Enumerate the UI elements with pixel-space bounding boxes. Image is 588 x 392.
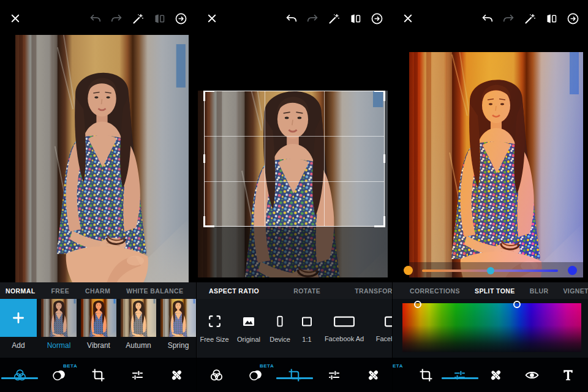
looks-tool-button[interactable] xyxy=(197,358,236,392)
tab-blur[interactable]: BLUR xyxy=(530,287,549,295)
hue-gradient-picker[interactable] xyxy=(402,303,581,352)
photo-canvas[interactable] xyxy=(198,91,388,277)
undo-icon[interactable] xyxy=(480,11,494,26)
grid-line-vertical xyxy=(265,91,265,226)
thumb-label: Spring xyxy=(168,341,189,350)
option-device[interactable]: Device xyxy=(266,314,293,343)
filter-thumb-spring[interactable]: Spring xyxy=(160,299,196,358)
balance-slider-handle[interactable] xyxy=(487,267,494,274)
crop-handle-top-right[interactable] xyxy=(374,91,385,101)
square-icon xyxy=(300,314,314,329)
crop-screen: ASPECT RATIO ROTATE TRANSFORM Free Size … xyxy=(196,0,392,392)
before-after-icon[interactable] xyxy=(152,11,167,26)
thumb-image xyxy=(81,299,116,337)
crop-rectangle[interactable] xyxy=(204,91,385,227)
filter-thumb-normal[interactable]: Normal xyxy=(41,299,77,358)
healing-icon xyxy=(366,368,381,383)
crop-tool-button[interactable] xyxy=(275,358,314,392)
crop-mode-tabs: ASPECT RATIO ROTATE TRANSFORM xyxy=(197,282,392,299)
next-icon[interactable] xyxy=(565,11,580,26)
filter-thumb-autumn[interactable]: Autumn xyxy=(121,299,156,358)
healing-tool-button[interactable] xyxy=(353,358,392,392)
healing-tool-button[interactable] xyxy=(483,358,508,392)
highlight-picker-handle[interactable] xyxy=(414,301,421,308)
crop-handle-top-left[interactable] xyxy=(203,91,214,101)
adjustments-tool-button[interactable] xyxy=(314,358,353,392)
mixer-icon xyxy=(248,368,263,383)
crop-handle-bottom-right[interactable] xyxy=(374,216,385,227)
option-original[interactable]: Original xyxy=(233,314,264,343)
tab-free[interactable]: FREE xyxy=(51,287,69,295)
option-free-size[interactable]: Free Size xyxy=(198,314,231,343)
red-eye-tool-button[interactable] xyxy=(519,358,544,392)
add-filter-cell[interactable]: Add xyxy=(0,299,37,358)
close-icon[interactable] xyxy=(205,11,219,26)
tab-white-balance[interactable]: WHITE BALANCE xyxy=(126,287,183,295)
redo-icon[interactable] xyxy=(109,11,124,26)
crop-scrim-bottom xyxy=(198,227,388,277)
before-after-icon[interactable] xyxy=(544,11,559,26)
redo-icon[interactable] xyxy=(501,11,516,26)
option-1-1[interactable]: 1:1 xyxy=(296,314,318,343)
tab-transform[interactable]: TRANSFORM xyxy=(355,287,392,295)
tab-aspect-ratio[interactable]: ASPECT RATIO xyxy=(209,287,259,295)
mixer-tool-button[interactable]: BETA xyxy=(236,358,275,392)
close-icon[interactable] xyxy=(8,11,23,26)
redo-icon[interactable] xyxy=(305,11,320,26)
photo-canvas xyxy=(15,35,189,282)
bottom-toolbar: ETA xyxy=(393,358,588,392)
option-facebook-ad[interactable]: Facebook Ad xyxy=(320,315,368,342)
grid-line-horizontal xyxy=(205,136,384,137)
crop-icon xyxy=(91,368,106,383)
undo-icon[interactable] xyxy=(284,11,298,26)
plus-icon xyxy=(10,310,26,326)
crop-handle-bottom-left[interactable] xyxy=(203,216,214,227)
before-after-icon[interactable] xyxy=(348,11,363,26)
thumb-image xyxy=(41,299,77,337)
option-facebook-pro[interactable]: Facebook Pro xyxy=(371,315,392,342)
active-tool-underline xyxy=(442,377,478,379)
adjustments-tool-button[interactable] xyxy=(447,358,472,392)
crop-tool-button[interactable] xyxy=(78,358,118,392)
thumb-image xyxy=(160,299,196,337)
magic-wand-icon[interactable] xyxy=(130,11,145,26)
magic-wand-icon[interactable] xyxy=(522,11,537,26)
text-tool-button[interactable] xyxy=(556,358,580,392)
close-icon[interactable] xyxy=(401,11,415,26)
adjustments-icon xyxy=(130,368,145,383)
undo-icon[interactable] xyxy=(88,11,102,26)
active-tool-underline xyxy=(276,377,313,379)
warm-overlay xyxy=(409,52,583,277)
tab-charm[interactable]: CHARM xyxy=(85,287,110,295)
crop-handle-right[interactable] xyxy=(383,154,385,163)
tab-normal[interactable]: NORMAL xyxy=(6,287,35,295)
adjustments-tool-button[interactable] xyxy=(118,358,157,392)
shadow-picker-handle[interactable] xyxy=(513,301,521,308)
healing-tool-button[interactable] xyxy=(157,358,196,392)
tab-corrections[interactable]: CORRECTIONS xyxy=(410,287,460,295)
filter-thumb-vibrant[interactable]: Vibrant xyxy=(81,299,116,358)
mixer-tool-button[interactable]: BETA xyxy=(39,358,78,392)
top-toolbar xyxy=(197,0,392,37)
crop-tool-button[interactable] xyxy=(413,358,438,392)
next-icon[interactable] xyxy=(173,11,188,26)
option-label: Facebook Pro xyxy=(376,335,392,342)
next-icon[interactable] xyxy=(369,11,384,26)
shadow-color-dot[interactable] xyxy=(568,266,577,275)
crop-handle-left[interactable] xyxy=(203,154,205,163)
looks-tool-button[interactable] xyxy=(0,358,39,392)
healing-icon xyxy=(488,368,503,383)
beta-badge: BETA xyxy=(260,363,274,369)
mixer-icon xyxy=(51,368,67,383)
tab-split-tone[interactable]: SPLIT TONE xyxy=(475,287,515,295)
add-filter-button[interactable] xyxy=(0,299,37,337)
tab-vignette[interactable]: VIGNETTE xyxy=(563,287,588,295)
highlight-color-dot[interactable] xyxy=(404,266,413,275)
magic-wand-icon[interactable] xyxy=(326,11,341,26)
tab-rotate[interactable]: ROTATE xyxy=(293,287,320,295)
option-label: Original xyxy=(237,336,260,343)
thumb-label: Vibrant xyxy=(87,341,110,350)
option-label: Free Size xyxy=(200,336,228,343)
device-icon xyxy=(273,314,287,329)
filter-thumbnail-strip: Add Normal Vibrant Autumn Spring xyxy=(0,299,196,358)
